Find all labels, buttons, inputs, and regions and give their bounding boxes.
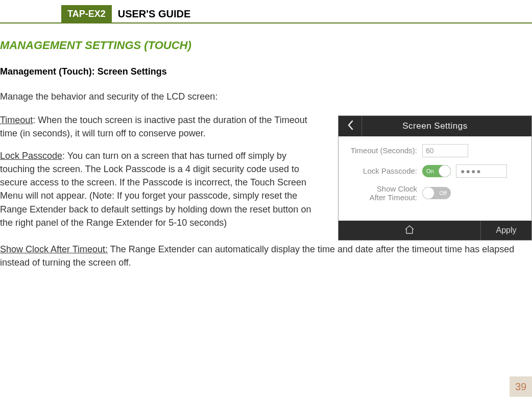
screenshot-titlebar: Screen Settings	[338, 116, 531, 136]
toggle-knob	[422, 187, 434, 199]
apply-button[interactable]: Apply	[480, 221, 531, 240]
paragraph-clock: Show Clock After Timeout: The Range Exte…	[0, 243, 532, 269]
header-product-tag: TAP-EX2	[61, 5, 112, 22]
header-guide-title: USER'S GUIDE	[112, 5, 197, 22]
screenshot-body: Timeout (Seconds): Lock Passcode: On ●●●…	[338, 136, 531, 221]
label-lock: Lock Passcode:	[346, 167, 422, 175]
back-button[interactable]	[338, 116, 362, 136]
row-timeout: Timeout (Seconds):	[346, 144, 524, 158]
home-button[interactable]	[338, 224, 480, 236]
page-number: 39	[510, 376, 532, 397]
paragraph-lock: Lock Passcode: You can turn on a screen …	[0, 149, 324, 229]
screenshot-title: Screen Settings	[362, 121, 531, 131]
lock-label: Lock Passcode	[0, 151, 62, 161]
home-icon	[404, 224, 415, 236]
label-clock-line2: After Timeout:	[370, 193, 417, 202]
intro-text: Manage the behavior and security of the …	[0, 91, 532, 102]
device-screenshot: Screen Settings Timeout (Seconds): Lock …	[338, 115, 532, 241]
passcode-field[interactable]: ●●●●	[456, 164, 507, 178]
section-heading: MANAGEMENT SETTINGS (TOUCH)	[0, 39, 532, 52]
label-clock: Show Clock After Timeout:	[346, 184, 422, 202]
label-clock-line1: Show Clock	[377, 184, 417, 193]
lock-toggle[interactable]: On	[422, 165, 451, 177]
timeout-body: : When the touch screen is inactive past…	[0, 115, 307, 138]
chevron-left-icon	[347, 120, 354, 133]
clock-toggle-text: Off	[440, 190, 447, 196]
clock-para-label: Show Clock After Timeout:	[0, 244, 108, 254]
sub-heading: Management (Touch): Screen Settings	[0, 66, 532, 77]
lock-body: : You can turn on a screen that has turn…	[0, 151, 311, 227]
clock-toggle[interactable]: Off	[422, 187, 451, 199]
timeout-input[interactable]	[422, 144, 468, 157]
body-row: Timeout: When the touch screen is inacti…	[0, 113, 532, 241]
timeout-label: Timeout	[0, 115, 33, 125]
toggle-knob	[439, 165, 451, 177]
header-spacer	[0, 5, 61, 22]
body-text-column: Timeout: When the touch screen is inacti…	[0, 113, 324, 239]
header-bar: TAP-EX2 USER'S GUIDE	[0, 5, 532, 23]
lock-toggle-text: On	[426, 168, 434, 174]
paragraph-timeout: Timeout: When the touch screen is inacti…	[0, 113, 324, 140]
label-timeout: Timeout (Seconds):	[346, 146, 422, 155]
row-lock: Lock Passcode: On ●●●●	[346, 164, 524, 178]
row-clock: Show Clock After Timeout: Off	[346, 184, 524, 202]
page-content: MANAGEMENT SETTINGS (TOUCH) Management (…	[0, 23, 532, 269]
screenshot-bottombar: Apply	[338, 221, 531, 240]
